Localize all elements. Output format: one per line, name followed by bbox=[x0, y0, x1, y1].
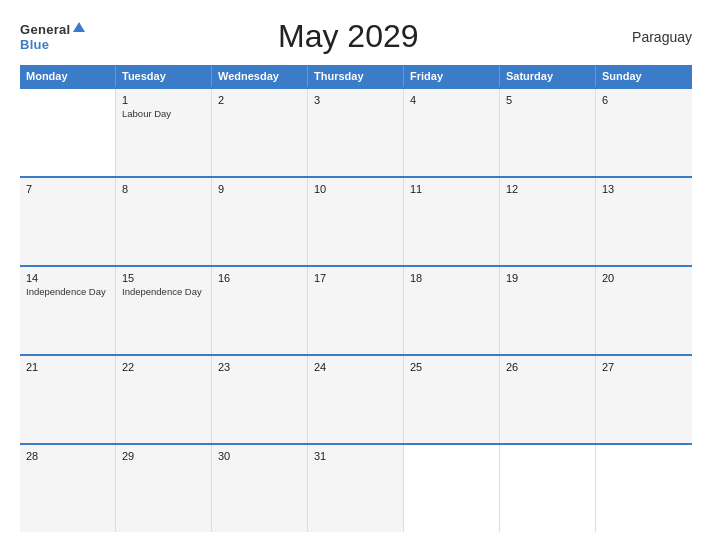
day-cell bbox=[500, 445, 596, 532]
day-number: 21 bbox=[26, 361, 109, 373]
day-event: Independence Day bbox=[26, 286, 109, 298]
day-cell: 19 bbox=[500, 267, 596, 354]
calendar-title: May 2029 bbox=[85, 18, 612, 55]
day-header-thursday: Thursday bbox=[308, 65, 404, 87]
day-number: 11 bbox=[410, 183, 493, 195]
day-cell: 13 bbox=[596, 178, 692, 265]
day-cell: 10 bbox=[308, 178, 404, 265]
day-number: 14 bbox=[26, 272, 109, 284]
day-cell: 30 bbox=[212, 445, 308, 532]
day-cell: 22 bbox=[116, 356, 212, 443]
day-cell: 6 bbox=[596, 89, 692, 176]
day-number: 9 bbox=[218, 183, 301, 195]
day-number: 23 bbox=[218, 361, 301, 373]
day-cell: 20 bbox=[596, 267, 692, 354]
day-number: 19 bbox=[506, 272, 589, 284]
day-number: 5 bbox=[506, 94, 589, 106]
week-row-2: 78910111213 bbox=[20, 176, 692, 265]
day-number: 26 bbox=[506, 361, 589, 373]
day-cell: 28 bbox=[20, 445, 116, 532]
day-cell: 5 bbox=[500, 89, 596, 176]
day-number: 24 bbox=[314, 361, 397, 373]
day-number: 28 bbox=[26, 450, 109, 462]
day-event: Labour Day bbox=[122, 108, 205, 120]
day-number: 13 bbox=[602, 183, 686, 195]
day-cell: 18 bbox=[404, 267, 500, 354]
day-cell: 14Independence Day bbox=[20, 267, 116, 354]
day-number: 15 bbox=[122, 272, 205, 284]
day-number: 20 bbox=[602, 272, 686, 284]
day-header-saturday: Saturday bbox=[500, 65, 596, 87]
day-number: 31 bbox=[314, 450, 397, 462]
day-number: 30 bbox=[218, 450, 301, 462]
day-number: 17 bbox=[314, 272, 397, 284]
day-number: 8 bbox=[122, 183, 205, 195]
day-cell: 21 bbox=[20, 356, 116, 443]
day-cell: 16 bbox=[212, 267, 308, 354]
day-number: 12 bbox=[506, 183, 589, 195]
day-header-monday: Monday bbox=[20, 65, 116, 87]
logo: General Blue bbox=[20, 22, 85, 52]
day-header-sunday: Sunday bbox=[596, 65, 692, 87]
day-cell bbox=[20, 89, 116, 176]
day-number: 25 bbox=[410, 361, 493, 373]
day-number: 27 bbox=[602, 361, 686, 373]
logo-blue-text: Blue bbox=[20, 37, 49, 52]
day-number: 1 bbox=[122, 94, 205, 106]
country-label: Paraguay bbox=[612, 29, 692, 45]
day-cell bbox=[596, 445, 692, 532]
page: General Blue May 2029 Paraguay MondayTue… bbox=[0, 0, 712, 550]
day-cell: 1Labour Day bbox=[116, 89, 212, 176]
day-event: Independence Day bbox=[122, 286, 205, 298]
day-header-tuesday: Tuesday bbox=[116, 65, 212, 87]
day-header-wednesday: Wednesday bbox=[212, 65, 308, 87]
day-cell: 2 bbox=[212, 89, 308, 176]
day-cell: 4 bbox=[404, 89, 500, 176]
day-number: 3 bbox=[314, 94, 397, 106]
day-cell: 7 bbox=[20, 178, 116, 265]
day-cell: 23 bbox=[212, 356, 308, 443]
day-header-friday: Friday bbox=[404, 65, 500, 87]
week-row-5: 28293031 bbox=[20, 443, 692, 532]
day-cell bbox=[404, 445, 500, 532]
week-row-3: 14Independence Day15Independence Day1617… bbox=[20, 265, 692, 354]
day-number: 6 bbox=[602, 94, 686, 106]
day-cell: 29 bbox=[116, 445, 212, 532]
day-cell: 11 bbox=[404, 178, 500, 265]
day-number: 7 bbox=[26, 183, 109, 195]
day-cell: 25 bbox=[404, 356, 500, 443]
day-cell: 24 bbox=[308, 356, 404, 443]
day-cell: 17 bbox=[308, 267, 404, 354]
logo-triangle-icon bbox=[73, 22, 85, 32]
day-cell: 15Independence Day bbox=[116, 267, 212, 354]
day-number: 2 bbox=[218, 94, 301, 106]
weeks: 1Labour Day234567891011121314Independenc… bbox=[20, 87, 692, 532]
day-number: 10 bbox=[314, 183, 397, 195]
day-cell: 12 bbox=[500, 178, 596, 265]
day-cell: 27 bbox=[596, 356, 692, 443]
day-cell: 9 bbox=[212, 178, 308, 265]
day-cell: 3 bbox=[308, 89, 404, 176]
day-headers: MondayTuesdayWednesdayThursdayFridaySatu… bbox=[20, 65, 692, 87]
day-number: 4 bbox=[410, 94, 493, 106]
header: General Blue May 2029 Paraguay bbox=[20, 18, 692, 55]
day-cell: 31 bbox=[308, 445, 404, 532]
logo-general-text: General bbox=[20, 22, 71, 37]
day-cell: 26 bbox=[500, 356, 596, 443]
day-cell: 8 bbox=[116, 178, 212, 265]
day-number: 29 bbox=[122, 450, 205, 462]
day-number: 18 bbox=[410, 272, 493, 284]
week-row-1: 1Labour Day23456 bbox=[20, 87, 692, 176]
day-number: 16 bbox=[218, 272, 301, 284]
week-row-4: 21222324252627 bbox=[20, 354, 692, 443]
calendar: MondayTuesdayWednesdayThursdayFridaySatu… bbox=[20, 65, 692, 532]
day-number: 22 bbox=[122, 361, 205, 373]
